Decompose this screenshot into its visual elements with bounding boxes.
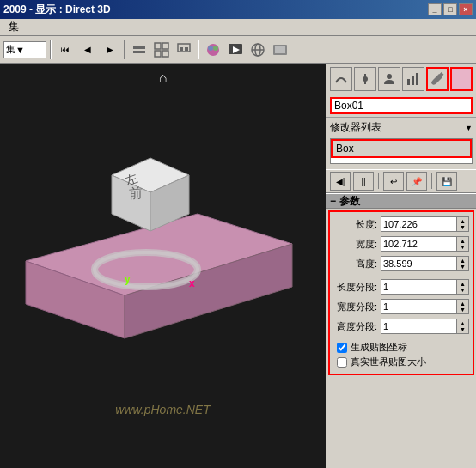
- param-row-width-seg: 宽度分段: ▲ ▼: [333, 298, 469, 315]
- param-spinner-width[interactable]: ▲ ▼: [457, 236, 469, 252]
- colors-btn[interactable]: [203, 40, 223, 60]
- spin-up-length[interactable]: ▲: [460, 218, 466, 224]
- env-btn[interactable]: [247, 40, 268, 60]
- svg-rect-1: [133, 51, 145, 53]
- params-header: − 参数: [326, 193, 476, 209]
- svg-rect-18: [275, 46, 285, 53]
- toolbar-dropdown[interactable]: 集▼: [3, 41, 46, 58]
- param-input-length[interactable]: [381, 216, 457, 232]
- params-section: − 参数 长度: ▲ ▼ 宽度:: [326, 193, 476, 468]
- object-name-input[interactable]: [330, 97, 473, 114]
- nav-prev-btn[interactable]: ◀: [77, 40, 98, 60]
- pt2-sep-2: [431, 173, 432, 189]
- nav-first-btn[interactable]: ⏮: [55, 40, 76, 60]
- modifier-item-label: Box: [336, 143, 354, 155]
- svg-rect-2: [155, 43, 161, 49]
- snap-btn[interactable]: [174, 40, 194, 60]
- param-spinner-length[interactable]: ▲ ▼: [457, 216, 469, 232]
- param-spinner-height[interactable]: ▲ ▼: [457, 256, 469, 271]
- preview-btn[interactable]: [270, 40, 290, 60]
- params-content: 长度: ▲ ▼ 宽度: ▲: [328, 210, 474, 375]
- param-label-width: 宽度:: [333, 238, 381, 251]
- layers-btn[interactable]: [129, 40, 150, 60]
- param-row-length-seg: 长度分段: ▲ ▼: [333, 278, 469, 295]
- spin-down-width-seg[interactable]: ▼: [460, 307, 466, 313]
- param-input-width-seg[interactable]: [381, 299, 457, 314]
- pt2-btn-save[interactable]: 💾: [436, 172, 457, 191]
- param-value-length[interactable]: [383, 219, 455, 229]
- spin-up-height[interactable]: ▲: [460, 258, 466, 264]
- pt2-btn-pause[interactable]: ||: [353, 172, 374, 191]
- spin-down-width[interactable]: ▼: [460, 244, 466, 250]
- title-buttons[interactable]: _ □ ×: [428, 3, 473, 15]
- nav-next-btn[interactable]: ▶: [100, 40, 120, 60]
- param-input-height[interactable]: [381, 256, 457, 271]
- panel-toolbar-2: ◀| || ↩ 📌 💾: [326, 169, 476, 193]
- param-label-length-seg: 长度分段:: [333, 281, 381, 294]
- spin-down-length-seg[interactable]: ▼: [460, 287, 466, 293]
- spin-up-height-seg[interactable]: ▲: [460, 320, 466, 326]
- modifier-dropdown-arrow[interactable]: ▼: [465, 124, 473, 132]
- checkbox-label-realworld: 真实世界贴图大小: [351, 356, 426, 368]
- param-label-height-seg: 高度分段:: [333, 320, 381, 333]
- spin-up-width[interactable]: ▲: [460, 238, 466, 244]
- title-bar: 2009 - 显示 : Direct 3D _ □ ×: [0, 0, 476, 19]
- param-spinner-length-seg[interactable]: ▲ ▼: [457, 279, 469, 295]
- collapse-icon[interactable]: −: [330, 195, 336, 207]
- param-row-width: 宽度: ▲ ▼: [333, 235, 469, 252]
- modifier-item-box[interactable]: Box: [331, 139, 472, 158]
- modifier-label: 修改器列表 ▼: [326, 118, 476, 137]
- menu-bar: 集: [0, 19, 476, 36]
- pt2-btn-pin2[interactable]: 📌: [406, 172, 427, 191]
- panel-btn-wrench[interactable]: [426, 67, 449, 91]
- panel-btn-graph[interactable]: [402, 67, 424, 91]
- menu-item-ji[interactable]: 集: [3, 19, 24, 35]
- panel-color-swatch[interactable]: [450, 67, 473, 91]
- spin-down-height[interactable]: ▼: [460, 264, 466, 270]
- param-label-height: 高度:: [333, 258, 381, 270]
- spin-down-length[interactable]: ▼: [460, 224, 466, 230]
- minimize-button[interactable]: _: [428, 3, 442, 15]
- param-value-length-seg[interactable]: [383, 282, 455, 292]
- pt2-btn-pin[interactable]: ◀|: [330, 172, 351, 191]
- param-input-length-seg[interactable]: [381, 279, 457, 295]
- panel-btn-user[interactable]: [378, 67, 400, 91]
- svg-point-11: [213, 46, 218, 51]
- param-row-height: 高度: ▲ ▼: [333, 255, 469, 272]
- param-spinner-height-seg[interactable]: ▲ ▼: [457, 319, 469, 334]
- svg-point-10: [208, 46, 213, 51]
- param-label-length: 长度:: [333, 218, 381, 231]
- checkbox-realworld[interactable]: [337, 357, 347, 368]
- panel-btn-curve[interactable]: [330, 67, 352, 91]
- maximize-button[interactable]: □: [443, 3, 457, 15]
- grid-btn[interactable]: [151, 40, 172, 60]
- svg-text:x: x: [189, 277, 195, 289]
- pt2-sep: [378, 173, 379, 189]
- spin-down-height-seg[interactable]: ▼: [460, 326, 466, 332]
- param-input-height-seg[interactable]: [381, 319, 457, 334]
- param-value-height[interactable]: [383, 258, 455, 269]
- spin-up-width-seg[interactable]: ▲: [460, 301, 466, 307]
- viewport[interactable]: ⌂ 前 左 y x: [0, 64, 326, 468]
- svg-rect-7: [180, 47, 183, 51]
- checkbox-row-uvw: 生成贴图坐标: [333, 341, 469, 354]
- param-value-width-seg[interactable]: [383, 301, 455, 312]
- param-spinner-width-seg[interactable]: ▲ ▼: [457, 299, 469, 314]
- param-value-height-seg[interactable]: [383, 321, 455, 331]
- toolbar-sep-3: [198, 40, 199, 59]
- pt2-btn-undo[interactable]: ↩: [383, 172, 404, 191]
- param-value-width[interactable]: [383, 239, 455, 249]
- checkbox-uvw[interactable]: [337, 343, 347, 353]
- title-text: 2009 - 显示 : Direct 3D: [3, 3, 111, 17]
- svg-text:前: 前: [129, 185, 143, 201]
- spin-up-length-seg[interactable]: ▲: [460, 281, 466, 287]
- right-panel: 修改器列表 ▼ Box ◀| || ↩ 📌 💾 − 参数: [326, 64, 476, 468]
- params-header-text: 参数: [339, 194, 360, 209]
- close-button[interactable]: ×: [459, 3, 473, 15]
- param-input-width[interactable]: [381, 236, 457, 252]
- svg-rect-35: [412, 76, 414, 85]
- panel-btn-pin[interactable]: [354, 67, 376, 91]
- param-row-height-seg: 高度分段: ▲ ▼: [333, 318, 469, 335]
- svg-point-32: [363, 76, 368, 82]
- render-btn[interactable]: [225, 40, 246, 60]
